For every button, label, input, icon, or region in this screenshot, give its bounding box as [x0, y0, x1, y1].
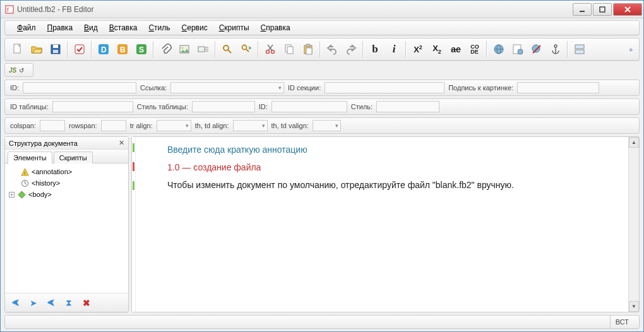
close-button[interactable] — [613, 3, 642, 16]
svg-rect-45 — [575, 45, 584, 49]
minimize-button[interactable] — [573, 3, 592, 16]
thtd-align-combo[interactable] — [233, 120, 268, 131]
rowspan-label: rowspan: — [69, 122, 97, 129]
nav-first-icon[interactable]: ⮜ — [9, 297, 23, 309]
editor-content[interactable]: Введите сюда краткую аннотацию 1.0 — соз… — [136, 137, 628, 312]
side-panel-title: Структура документа — [9, 139, 78, 147]
mode-b-icon[interactable]: B — [114, 40, 131, 58]
id-input[interactable] — [23, 82, 136, 93]
find-replace-icon[interactable] — [237, 40, 255, 58]
code-icon[interactable]: CODE — [466, 40, 484, 58]
rowspan-input[interactable] — [101, 120, 126, 131]
link-combo[interactable] — [170, 82, 284, 93]
table-style-label: Стиль таблицы: — [137, 103, 188, 110]
menu-insert[interactable]: Вставка — [104, 21, 143, 34]
menu-scripts[interactable]: Скрипты — [213, 21, 255, 34]
mode-d-icon[interactable]: D — [95, 40, 112, 58]
colspan-input[interactable] — [40, 120, 65, 131]
svg-rect-32 — [287, 47, 293, 54]
vertical-scrollbar[interactable]: ▲ ▼ — [628, 137, 639, 312]
nav-next-icon[interactable]: ➤ — [27, 297, 40, 309]
undo-icon[interactable] — [323, 40, 341, 58]
document-tree-panel: Структура документа ✕ Элементы Скрипты !… — [4, 136, 129, 312]
caption-label: Подпись к картинке: — [448, 84, 513, 92]
table-style-input[interactable] — [192, 101, 255, 112]
svg-text:S: S — [139, 45, 144, 54]
link-icon[interactable] — [490, 40, 508, 58]
body-text: Чтобы изменить документ по умолчанию, от… — [167, 180, 609, 190]
subscript-icon[interactable]: X2 — [428, 40, 446, 58]
find-icon[interactable] — [218, 40, 236, 58]
superscript-icon[interactable]: X2 — [409, 40, 427, 58]
cell-style-input[interactable] — [376, 101, 439, 112]
unlink-icon[interactable] — [528, 40, 546, 58]
delete-icon[interactable]: ✖ — [80, 297, 93, 309]
thtd-align-label: th, td align: — [195, 122, 229, 129]
menu-view[interactable]: Вид — [78, 21, 104, 34]
tr-align-combo[interactable] — [157, 120, 191, 131]
paste-icon[interactable] — [299, 40, 317, 58]
svg-point-40 — [518, 49, 523, 54]
thtd-valign-combo[interactable] — [313, 120, 341, 131]
validate-icon[interactable] — [71, 40, 88, 58]
strikethrough-icon[interactable]: ae — [447, 40, 465, 58]
image-icon[interactable] — [176, 40, 193, 58]
svg-text:D: D — [101, 45, 107, 54]
caption-input[interactable] — [517, 82, 599, 93]
editor-gutter — [132, 137, 136, 312]
svg-point-41 — [532, 45, 540, 52]
bold-icon[interactable]: b — [366, 40, 384, 58]
tree-item-history[interactable]: <history> — [9, 177, 124, 189]
menu-tools[interactable]: Сервис — [176, 21, 213, 34]
svg-rect-35 — [306, 48, 312, 54]
scroll-up-icon[interactable]: ▲ — [629, 137, 639, 148]
nav-prev-icon[interactable]: ⮜ — [44, 297, 58, 309]
fields-row-2: ID таблицы: Стиль таблицы: ID: Стиль: — [4, 98, 640, 115]
tree-item-body[interactable]: + <body> — [9, 189, 124, 200]
editor-pane: Введите сюда краткую аннотацию 1.0 — соз… — [131, 136, 640, 312]
tree-item-annotation[interactable]: ! <annotation> — [9, 166, 124, 177]
scroll-down-icon[interactable]: ▼ — [629, 301, 639, 312]
section-icon[interactable] — [571, 40, 588, 58]
mode-s-icon[interactable]: S — [133, 40, 150, 58]
new-file-icon[interactable] — [9, 40, 27, 58]
refresh-icon[interactable]: ↺ — [19, 67, 24, 74]
status-bar: ВСТ — [4, 315, 640, 329]
svg-point-18 — [182, 47, 184, 49]
cell-id-input[interactable] — [271, 101, 347, 112]
svg-text:!: ! — [24, 170, 25, 176]
window-title: Untitled.fb2 - FB Editor — [17, 5, 571, 14]
section-id-input[interactable] — [325, 82, 444, 93]
toolbar-overflow-icon[interactable]: » — [629, 46, 635, 53]
menu-file[interactable]: Файл — [11, 21, 42, 34]
image-inline-icon[interactable] — [194, 40, 212, 58]
table-id-input[interactable] — [52, 101, 133, 112]
attach-icon[interactable] — [157, 40, 174, 58]
italic-icon[interactable]: i — [385, 40, 403, 58]
section-id-label: ID секции: — [288, 84, 321, 92]
anchor-icon[interactable] — [547, 40, 564, 58]
open-file-icon[interactable] — [28, 40, 45, 58]
svg-point-23 — [224, 45, 229, 50]
save-file-icon[interactable] — [47, 40, 64, 58]
maximize-button[interactable] — [593, 3, 612, 16]
side-panel-close-icon[interactable]: ✕ — [119, 139, 124, 147]
tab-scripts[interactable]: Скрипты — [54, 151, 93, 163]
copy-icon[interactable] — [280, 40, 298, 58]
note-link-icon[interactable] — [509, 40, 527, 58]
fields-row-3: colspan: rowspan: tr align: th, td align… — [4, 117, 640, 134]
main-toolbar: D B S b i X2 X2 ae CODE » — [4, 38, 640, 61]
expand-toggle[interactable]: + — [9, 192, 15, 198]
menu-help[interactable]: Справка — [255, 21, 296, 34]
tr-align-label: tr align: — [130, 122, 153, 129]
menu-edit[interactable]: Правка — [42, 21, 79, 34]
svg-line-26 — [246, 49, 249, 52]
tab-elements[interactable]: Элементы — [8, 151, 52, 163]
table-id-label: ID таблицы: — [10, 103, 49, 110]
menu-style[interactable]: Стиль — [143, 21, 176, 34]
document-tree: ! <annotation> <history> + <body> — [5, 163, 128, 293]
menu-bar: Файл Правка Вид Вставка Стиль Сервис Скр… — [4, 20, 640, 35]
hourglass-icon[interactable]: ⧗ — [62, 297, 76, 309]
redo-icon[interactable] — [342, 40, 360, 58]
cut-icon[interactable] — [261, 40, 279, 58]
